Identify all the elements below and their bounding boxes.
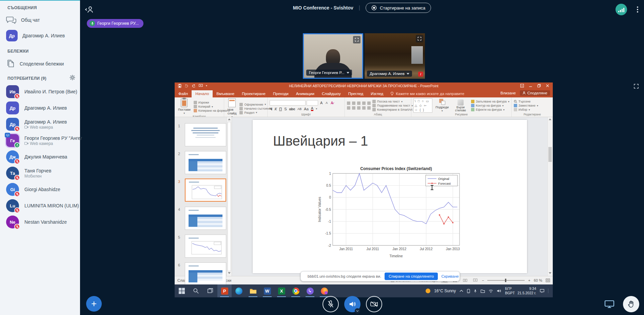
fit-to-window-icon[interactable]	[546, 278, 550, 282]
mute-toggle-button[interactable]	[323, 296, 339, 312]
taskbar-app-chrome[interactable]	[289, 284, 303, 297]
taskbar-app-firefox[interactable]	[317, 284, 331, 297]
tray-expand-chevron[interactable]	[460, 290, 463, 292]
thumbnail-slide-3-selected[interactable]	[185, 179, 226, 202]
webcam-name-dropdown[interactable]: Георги Георгиев Р...	[306, 70, 352, 76]
user-list-item[interactable]: GiGiorgi Abashidze	[0, 181, 80, 198]
thumbnail-slide-4[interactable]	[185, 207, 226, 230]
taskbar-app-viber[interactable]	[303, 284, 317, 297]
user-list-item[interactable]: LuLUMINITA MIRON (ULIM)	[0, 198, 80, 214]
new-slide-button[interactable]: Нов слайд▾	[226, 98, 238, 117]
font-name-combo[interactable]	[270, 100, 306, 106]
strikethrough-button[interactable]: abc	[289, 107, 295, 111]
arrange-button[interactable]: Подреди▾	[434, 99, 450, 112]
tab-home[interactable]: Начало	[192, 90, 213, 97]
taskbar-app-file-explorer[interactable]	[246, 284, 260, 297]
bullets-icon[interactable]	[347, 101, 350, 105]
phone-tray-icon[interactable]	[467, 289, 470, 293]
sign-in-button[interactable]: Влизане	[501, 91, 516, 95]
manage-users-gear-icon[interactable]	[70, 75, 75, 80]
hide-toast-button[interactable]: Скриване	[441, 274, 458, 278]
connection-status-button[interactable]	[616, 4, 627, 15]
thumbnail-slide-1[interactable]	[185, 123, 226, 146]
clock-time[interactable]: 9:34	[529, 286, 536, 291]
restore-presentation-button[interactable]	[601, 296, 618, 312]
paste-button[interactable]: Постави▾	[177, 98, 192, 115]
webcam-toggle-button[interactable]	[366, 296, 382, 312]
underline-button[interactable]: П	[279, 107, 282, 111]
user-list-item[interactable]: NeNestan Varshanidze	[0, 214, 80, 230]
text-direction-button[interactable]: Посока на текст ▾	[372, 100, 415, 103]
user-list-item[interactable]: ДрДрагомир А. Илиев	[0, 100, 80, 116]
taskbar-app-start[interactable]	[175, 284, 189, 297]
align-left-icon[interactable]	[347, 106, 350, 110]
zoom-in-button[interactable]: +	[528, 278, 530, 282]
action-center-icon[interactable]	[540, 289, 544, 293]
options-menu-button[interactable]	[635, 4, 640, 15]
numbering-icon[interactable]	[352, 101, 355, 105]
talking-indicator[interactable]: Георги Георгиев РУ...	[87, 19, 143, 28]
weather-label[interactable]: 16°C Sunny	[434, 289, 456, 293]
webcam-fullscreen-button[interactable]	[416, 35, 423, 42]
volume-tray-icon[interactable]	[497, 289, 501, 293]
italic-button[interactable]: К	[275, 107, 277, 111]
stop-sharing-button[interactable]: Спиране на споделянето	[385, 273, 438, 280]
bold-button[interactable]: Ч	[270, 107, 272, 111]
current-slide[interactable]: Швейцария – 1 10.50-0.5-1-1.5-2Jan 2011J…	[253, 120, 527, 273]
taskbar-app-search[interactable]	[189, 284, 203, 297]
select-button[interactable]: Избор ▾	[514, 108, 538, 111]
taskbar-app-excel[interactable]: X	[274, 284, 289, 297]
share-button[interactable]: Споделяне	[520, 90, 550, 96]
actions-plus-button[interactable]: +	[86, 296, 102, 312]
align-center-icon[interactable]	[352, 106, 355, 110]
close-icon[interactable]	[546, 84, 549, 88]
tab-file[interactable]: Файл	[175, 90, 192, 97]
grow-font-button[interactable]: А	[319, 101, 324, 105]
webcam-name-dropdown[interactable]: Драгомир А. Илиев	[367, 71, 412, 77]
private-chat-item[interactable]: Др Драгомир А. Илиев	[0, 27, 80, 44]
find-button[interactable]: Търсене	[514, 100, 538, 103]
indent-decrease-icon[interactable]	[357, 101, 360, 105]
taskbar-app-word[interactable]: W	[260, 284, 274, 297]
network-tray-icon[interactable]	[489, 289, 493, 293]
tab-design[interactable]: Проектиране	[238, 90, 269, 97]
char-spacing-button[interactable]: АВ	[297, 107, 301, 111]
user-list-item[interactable]: ДрДрагомир А. ИлиевWeb камера	[0, 116, 80, 132]
undo-icon[interactable]	[184, 84, 189, 88]
tab-transitions[interactable]: Преходи	[269, 90, 292, 97]
clear-formatting-button[interactable]: A̷	[330, 101, 334, 105]
show-desktop-button[interactable]	[548, 289, 549, 293]
zoom-slider[interactable]	[487, 280, 525, 281]
slide-scrollbar[interactable]	[547, 117, 552, 276]
reading-view-button[interactable]	[462, 277, 468, 283]
user-list-item[interactable]: ГеГеорги Георгиев РУ "Ангел Кънч...Web к…	[0, 132, 80, 149]
tab-view[interactable]: Изглед	[367, 90, 387, 97]
webcam-fullscreen-button[interactable]	[353, 36, 360, 43]
shrink-font-button[interactable]: А	[325, 101, 329, 105]
shape-fill-button[interactable]: Запълване на фигура ▾	[471, 100, 509, 103]
convert-smartart-button[interactable]: Конвертиране в SmartArt ▾	[372, 108, 415, 111]
indent-increase-icon[interactable]	[362, 101, 366, 105]
input-language[interactable]: БГР	[505, 286, 512, 291]
redo-icon[interactable]	[192, 84, 196, 88]
zoom-level[interactable]: 60 %	[534, 278, 542, 282]
align-right-icon[interactable]	[357, 106, 360, 110]
taskbar-app-powerpoint[interactable]: P	[217, 284, 232, 297]
tell-me-box[interactable]: Кажете ми какво искате да направите	[387, 90, 468, 97]
restore-icon[interactable]	[537, 84, 541, 88]
start-slideshow-icon[interactable]	[199, 84, 203, 88]
tab-review[interactable]: Преглед	[345, 90, 367, 97]
quick-styles-button[interactable]: Бързи стилове	[452, 99, 469, 112]
taskbar-app-edge[interactable]	[232, 284, 246, 297]
clock-date[interactable]: 21.5.2022 г.	[518, 291, 536, 295]
thumbnail-slide-2[interactable]	[185, 151, 226, 174]
replace-button[interactable]: Заместване ▾	[514, 104, 538, 107]
fullscreen-presentation-button[interactable]	[631, 81, 641, 91]
change-case-button[interactable]: Аа	[304, 107, 309, 111]
slideshow-view-button[interactable]	[472, 277, 479, 283]
thumbnail-slide-6[interactable]	[185, 262, 226, 285]
microphone-tray-icon[interactable]	[474, 289, 477, 293]
raise-hand-button[interactable]	[623, 296, 639, 312]
zoom-out-button[interactable]: −	[482, 278, 484, 282]
shared-notes-item[interactable]: Споделени бележки	[0, 56, 80, 71]
